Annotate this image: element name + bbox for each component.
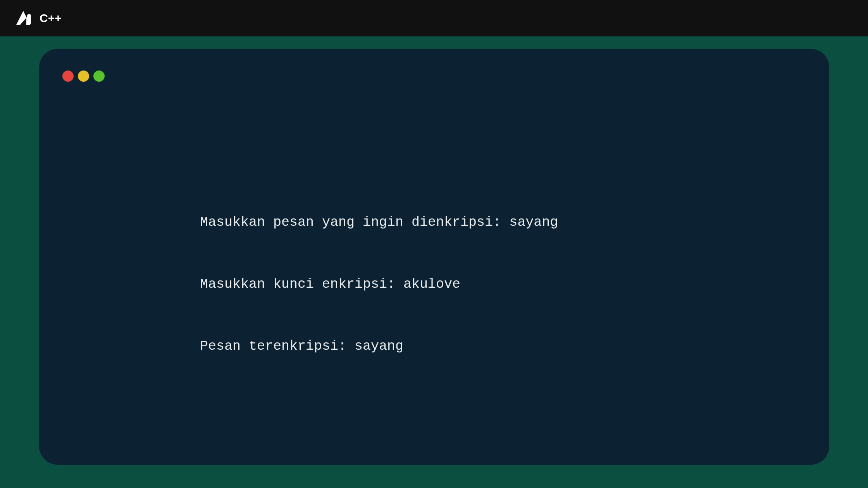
terminal-output: Masukkan pesan yang ingin dienkripsi: sa… [62,171,806,398]
maximize-icon[interactable] [93,70,105,82]
divider [62,99,806,99]
app-header: C++ [0,0,868,36]
window-controls [62,70,806,82]
terminal-line: Masukkan kunci enkripsi: akulove [200,274,806,295]
language-label: C++ [40,12,62,25]
terminal-line: Masukkan pesan yang ingin dienkripsi: sa… [200,212,806,233]
logo-group: C++ [13,9,62,28]
svg-rect-0 [27,14,31,25]
terminal-line: Pesan terenkripsi: sayang [200,336,806,357]
close-icon[interactable] [62,70,74,82]
logo-icon [13,9,33,28]
terminal-window: Masukkan pesan yang ingin dienkripsi: sa… [39,49,829,465]
minimize-icon[interactable] [78,70,89,82]
